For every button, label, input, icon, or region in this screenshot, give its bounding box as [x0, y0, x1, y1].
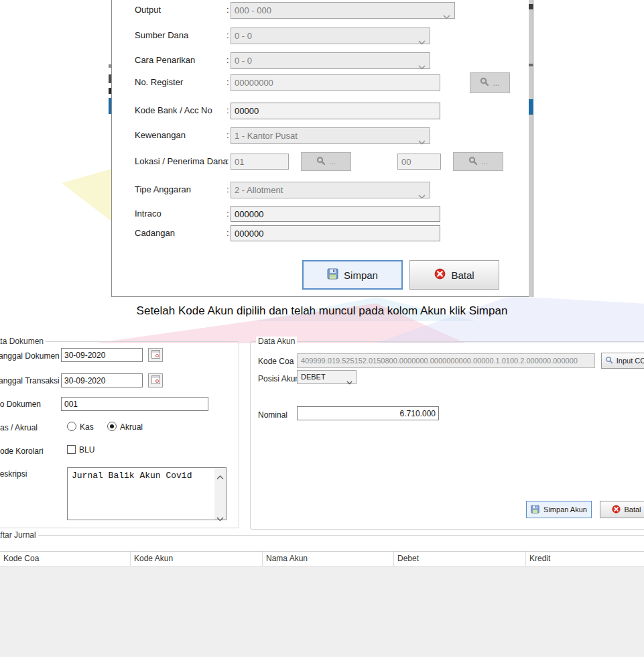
chevron-down-icon	[418, 188, 426, 204]
cancel-x-icon	[434, 268, 446, 282]
cadangan-input[interactable]	[231, 225, 440, 241]
tanggal-transaksi-calendar-button[interactable]	[148, 373, 163, 387]
tanggal-transaksi-label: Tanggal Transaksi	[0, 376, 60, 385]
lokasi-label: Lokasi / Penerima Dana	[135, 156, 228, 166]
watermark-lavender-triangle	[375, 294, 644, 343]
watermark-yellow-triangle	[62, 169, 111, 221]
tutorial-caption: Setelah Kode Akun dipilih dan telah munc…	[0, 304, 644, 318]
chevron-down-icon	[418, 134, 426, 150]
kode-bank-input[interactable]	[231, 103, 440, 119]
tipe-anggaran-colon: :	[227, 184, 229, 194]
deskripsi-label: Deskripsi	[0, 469, 27, 479]
save-floppy-icon	[531, 505, 539, 515]
batal-button-label: Batal	[451, 270, 474, 281]
no-dokumen-label: No Dokumen	[0, 400, 41, 409]
simpan-button[interactable]: Simpan	[302, 260, 403, 290]
background-window-fragment	[529, 4, 533, 9]
jurnal-table-body-empty	[0, 567, 644, 657]
input-coa-button-label: Input COA	[617, 357, 644, 365]
penerima-dana-input[interactable]	[397, 154, 441, 170]
blu-checkbox-label[interactable]: BLU	[79, 445, 94, 455]
kode-coa-label: Kode Coa	[258, 357, 294, 366]
simpan-akun-button-label: Simpan Akun	[543, 505, 587, 514]
kas-radio[interactable]	[67, 422, 76, 431]
column-header-nama-akun[interactable]: Nama Akun	[263, 552, 394, 566]
tanggal-dokumen-calendar-button[interactable]	[148, 348, 163, 362]
background-window-fragment	[109, 74, 111, 83]
kode-korolari-label: Kode Korolari	[0, 446, 44, 456]
magnifier-icon	[316, 156, 326, 168]
cara-penarikan-value: 0 - 0	[235, 56, 252, 66]
data-dokumen-title: Data Dokumen	[0, 337, 46, 346]
output-label: Output	[135, 5, 161, 15]
scroll-down-icon[interactable]	[216, 512, 224, 517]
tipe-anggaran-value: 2 - Allotment	[235, 185, 283, 195]
radio-selected-dot	[110, 424, 114, 428]
lokasi-lookup-button[interactable]: ...	[301, 152, 351, 171]
output-colon: :	[227, 5, 229, 15]
kode-coa-input[interactable]: 409999.019.525152.0150800.0000000.000000…	[297, 353, 595, 368]
tanggal-dokumen-label: Tanggal Dokumen	[0, 351, 60, 361]
simpan-button-label: Simpan	[344, 270, 378, 281]
intraco-colon: :	[227, 208, 229, 219]
sumber-dana-colon: :	[227, 30, 229, 40]
no-register-lookup-button[interactable]: ...	[470, 72, 510, 93]
akrual-radio[interactable]	[107, 422, 117, 431]
blu-checkbox[interactable]	[67, 445, 76, 454]
output-select[interactable]: 000 - 000	[231, 2, 455, 19]
budget-detail-dialog: Output : 000 - 000 Sumber Dana : 0 - 0 C…	[111, 0, 533, 297]
deskripsi-field: Jurnal Balik Akun Covid	[67, 467, 227, 520]
jurnal-table-header: Kode Coa Kode Akun Nama Akun Debet Kredi…	[0, 551, 644, 566]
lookup-ellipsis: ...	[493, 78, 499, 88]
page: { "dialog": { "separator": ":", "lookup_…	[0, 0, 644, 657]
akrual-radio-label[interactable]: Akrual	[120, 422, 143, 432]
lokasi-colon: :	[227, 156, 229, 166]
no-dokumen-input[interactable]	[61, 397, 208, 411]
sumber-dana-value: 0 - 0	[235, 31, 252, 41]
sumber-dana-label: Sumber Dana	[135, 30, 188, 40]
calendar-icon	[151, 349, 160, 361]
simpan-akun-button[interactable]: Simpan Akun	[526, 501, 592, 518]
lokasi-input[interactable]	[231, 154, 289, 170]
magnifier-icon	[468, 156, 478, 168]
output-value: 000 - 000	[235, 5, 271, 15]
cara-penarikan-select[interactable]: 0 - 0	[231, 52, 430, 69]
kewenangan-label: Kewenangan	[135, 130, 186, 140]
posisi-akun-value: DEBET	[301, 373, 326, 381]
kewenangan-select[interactable]: 1 - Kantor Pusat	[231, 127, 430, 144]
tipe-anggaran-select[interactable]: 2 - Allotment	[231, 182, 430, 198]
column-header-debet[interactable]: Debet	[394, 552, 526, 566]
nominal-input[interactable]	[297, 406, 439, 420]
data-akun-title: Data Akun	[256, 337, 297, 346]
posisi-akun-label: Posisi Akun	[258, 374, 300, 383]
column-header-kode-coa[interactable]: Kode Coa	[0, 552, 131, 566]
column-header-kode-akun[interactable]: Kode Akun	[131, 552, 263, 566]
penerima-dana-lookup-button[interactable]: ...	[453, 152, 503, 171]
tanggal-dokumen-input[interactable]	[61, 348, 143, 362]
background-window-fragment-blue	[109, 98, 111, 114]
background-window-fragment	[109, 88, 111, 94]
column-header-kredit[interactable]: Kredit	[526, 552, 644, 566]
tanggal-transaksi-input[interactable]	[61, 373, 143, 387]
save-floppy-icon	[327, 268, 338, 282]
kas-radio-label[interactable]: Kas	[80, 422, 94, 432]
deskripsi-textarea[interactable]: Jurnal Balik Akun Covid	[68, 468, 214, 520]
kas-akrual-label: Kas / Akrual	[0, 423, 38, 432]
deskripsi-scrollbar[interactable]	[214, 468, 226, 520]
sumber-dana-select[interactable]: 0 - 0	[231, 27, 430, 44]
batal-button[interactable]: Batal	[409, 260, 499, 290]
magnifier-icon	[480, 77, 489, 88]
posisi-akun-select[interactable]: DEBET	[297, 370, 357, 384]
chevron-down-icon	[418, 34, 426, 50]
scroll-up-icon[interactable]	[216, 471, 224, 475]
batal-akun-button[interactable]: Batal	[600, 501, 644, 518]
no-register-input[interactable]	[231, 74, 440, 91]
intraco-input[interactable]	[231, 206, 440, 222]
chevron-down-icon	[346, 376, 352, 389]
chevron-down-icon	[418, 59, 426, 74]
background-window-fragment	[529, 64, 533, 66]
lookup-ellipsis: ...	[481, 157, 488, 166]
background-window-edge	[529, 0, 533, 297]
input-coa-button[interactable]: Input COA	[601, 353, 644, 369]
kewenangan-colon: :	[227, 130, 229, 140]
